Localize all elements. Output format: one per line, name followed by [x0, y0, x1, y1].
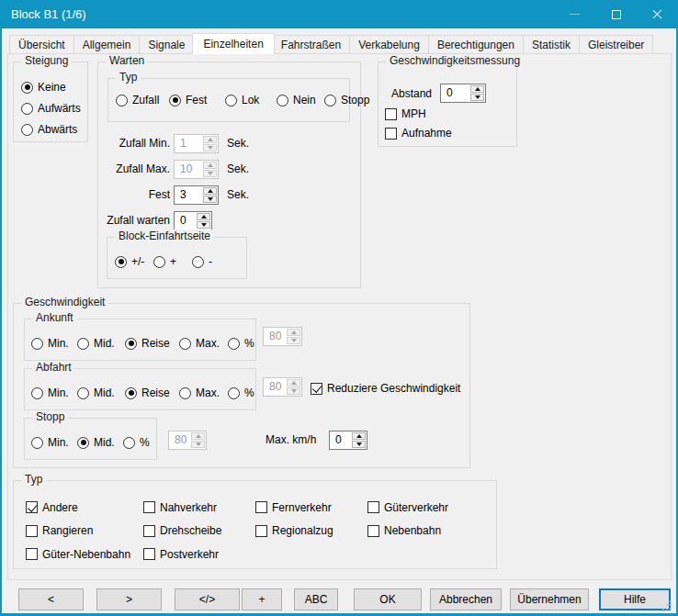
- max-kmh-spinner[interactable]: 0: [329, 431, 367, 450]
- spinner-up-icon[interactable]: [191, 432, 205, 440]
- spinner-buttons: [469, 84, 485, 102]
- footer-button-ok[interactable]: OK: [354, 588, 422, 610]
- tab-gleistreiber[interactable]: Gleistreiber: [580, 35, 653, 54]
- spinner-value[interactable]: 0: [175, 212, 196, 230]
- spinner-up-icon[interactable]: [203, 162, 217, 169]
- radio--[interactable]: -: [192, 255, 212, 268]
- radio-reise[interactable]: Reise: [125, 386, 170, 399]
- abstand-spinner[interactable]: 0: [440, 84, 486, 103]
- radio-min-[interactable]: Min.: [31, 436, 69, 449]
- checkbox-nahverkehr[interactable]: Nahverkehr: [143, 501, 255, 514]
- footer-button->[interactable]: >: [96, 588, 162, 610]
- radio-+/-[interactable]: +/-: [115, 255, 144, 268]
- radio-mid-[interactable]: Mid.: [77, 337, 115, 350]
- checkbox-güter-nebenbahn[interactable]: Güter-Nebenbahn: [26, 548, 143, 561]
- fest-row: Fest 3 Sek.: [98, 185, 360, 205]
- close-button[interactable]: [637, 0, 678, 28]
- footer-button-abbrechen[interactable]: Abbrechen: [430, 588, 502, 610]
- radio-abwärts[interactable]: Abwärts: [21, 123, 77, 136]
- radio-nein[interactable]: Nein: [277, 94, 316, 106]
- checkbox-güterverkehr[interactable]: Güterverkehr: [367, 501, 448, 514]
- spinner-down-icon[interactable]: [203, 196, 217, 203]
- spinner-down-icon[interactable]: [287, 387, 300, 395]
- checkbox-aufnahme[interactable]: Aufnahme: [385, 127, 452, 140]
- spinner-down-icon[interactable]: [203, 144, 217, 151]
- spinner-up-icon[interactable]: [352, 432, 366, 440]
- checkbox-rangieren[interactable]: Rangieren: [26, 524, 143, 537]
- footer-button-übernehmen[interactable]: Übernehmen: [510, 588, 589, 610]
- spinner-value[interactable]: 80: [264, 378, 286, 396]
- titlebar[interactable]: Block B1 (1/6): [0, 0, 678, 28]
- spinner-value[interactable]: 0: [330, 431, 351, 449]
- minimize-button[interactable]: [554, 0, 595, 28]
- radio-mid-[interactable]: Mid.: [77, 386, 115, 399]
- spinner-down-icon[interactable]: [470, 94, 484, 101]
- checkbox-box-icon: [367, 501, 379, 513]
- abfahrt-spinner[interactable]: 80: [263, 377, 302, 397]
- radio-lok[interactable]: Lok: [225, 94, 259, 106]
- checkbox-nebenbahn[interactable]: Nebenbahn: [367, 524, 448, 537]
- radio-stopp[interactable]: Stopp: [324, 94, 369, 106]
- spinner-down-icon[interactable]: [203, 170, 217, 177]
- zufall-min-spinner[interactable]: 1: [174, 134, 219, 153]
- ankunft-spinner[interactable]: 80: [263, 327, 302, 346]
- fest-spinner[interactable]: 3: [174, 185, 219, 205]
- radio-+[interactable]: +: [153, 255, 176, 268]
- spinner-up-icon[interactable]: [287, 329, 300, 336]
- group-geschwindigkeitsmessung: Geschwindigkeitsmessung Abstand 0 MPHAuf…: [378, 62, 517, 147]
- spinner-up-icon[interactable]: [197, 213, 210, 220]
- spinner-value[interactable]: 3: [175, 186, 202, 204]
- radio-aufwärts[interactable]: Aufwärts: [21, 102, 81, 115]
- checkbox-regionalzug[interactable]: Regionalzug: [255, 524, 367, 537]
- spinner-value[interactable]: 80: [264, 328, 286, 345]
- tab-allgemein[interactable]: Allgemein: [74, 35, 141, 54]
- spinner-value[interactable]: 10: [175, 161, 202, 178]
- radio-reise[interactable]: Reise: [125, 337, 170, 350]
- radio-max-[interactable]: Max.: [179, 337, 220, 350]
- footer-button-+[interactable]: +: [242, 588, 282, 610]
- footer-button-</>[interactable]: </>: [175, 588, 240, 610]
- radio-zufall[interactable]: Zufall: [116, 94, 159, 106]
- spinner-up-icon[interactable]: [470, 85, 484, 93]
- footer-button-abc[interactable]: ABC: [294, 588, 338, 610]
- tab-signale[interactable]: Signale: [140, 35, 194, 54]
- checkbox-mph[interactable]: MPH: [385, 107, 452, 120]
- radio-min-[interactable]: Min.: [31, 386, 69, 399]
- tab-statistik[interactable]: Statistik: [524, 35, 580, 54]
- spinner-up-icon[interactable]: [203, 136, 217, 143]
- radio-%[interactable]: %: [228, 337, 254, 350]
- spinner-down-icon[interactable]: [197, 221, 210, 229]
- checkbox-postverkehr[interactable]: Postverkehr: [143, 548, 255, 561]
- radio-mid-[interactable]: Mid.: [77, 436, 115, 449]
- spinner-up-icon[interactable]: [203, 187, 217, 195]
- spinner-down-icon[interactable]: [191, 441, 205, 448]
- tab-verkabelung[interactable]: Verkabelung: [350, 35, 429, 54]
- tab-übersicht[interactable]: Übersicht: [9, 35, 74, 54]
- radio-fest[interactable]: Fest: [169, 94, 207, 106]
- radio-min-[interactable]: Min.: [31, 337, 69, 350]
- radio-keine[interactable]: Keine: [21, 81, 66, 94]
- spinner-down-icon[interactable]: [287, 337, 300, 344]
- radio-max-[interactable]: Max.: [179, 386, 220, 399]
- spinner-value[interactable]: 0: [441, 84, 469, 102]
- zufall-max-spinner[interactable]: 10: [174, 160, 219, 179]
- spinner-up-icon[interactable]: [287, 379, 300, 386]
- checkbox-drehscheibe[interactable]: Drehscheibe: [143, 524, 255, 537]
- resize-grip[interactable]: [662, 599, 672, 610]
- checkbox-andere[interactable]: Andere: [26, 501, 143, 514]
- spinner-down-icon[interactable]: [352, 441, 366, 448]
- maximize-button[interactable]: [595, 0, 637, 28]
- radio-%[interactable]: %: [123, 436, 150, 449]
- checkbox-fernverkehr[interactable]: Fernverkehr: [255, 501, 367, 514]
- tab-fahrstraßen[interactable]: Fahrstraßen: [273, 35, 350, 54]
- radio-%[interactable]: %: [228, 386, 254, 399]
- spinner-value[interactable]: 80: [169, 431, 190, 449]
- footer-button-hilfe[interactable]: Hilfe: [599, 588, 671, 610]
- footer-button-<[interactable]: <: [18, 588, 84, 610]
- zufall-warten-spinner[interactable]: 0: [174, 211, 212, 230]
- tab-einzelheiten[interactable]: Einzelheiten: [192, 33, 274, 54]
- tab-berechtigungen[interactable]: Berechtigungen: [429, 35, 524, 54]
- stopp-spinner[interactable]: 80: [168, 431, 207, 450]
- checkbox-reduziere-geschwindigkeit[interactable]: Reduziere Geschwindigkeit: [311, 382, 460, 395]
- spinner-value[interactable]: 1: [175, 135, 202, 152]
